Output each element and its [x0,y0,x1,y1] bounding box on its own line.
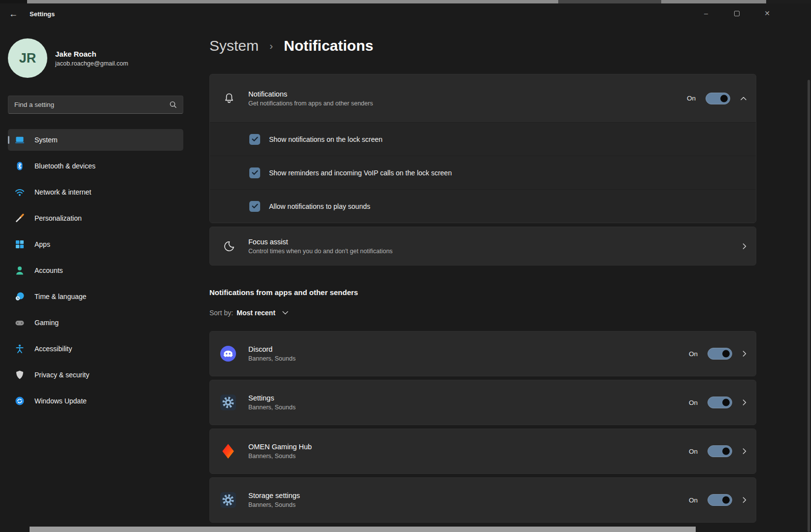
chevron-up-icon[interactable] [740,96,747,101]
gamepad-icon [15,318,25,328]
search-input[interactable] [8,101,169,108]
chevron-right-icon[interactable] [742,448,747,455]
focus-assist-subtitle: Control times when you do and don't get … [248,248,393,255]
shield-icon [15,370,25,380]
sidebar-nav: System Bluetooth & devices Network & int… [8,129,183,416]
sidebar-item-bluetooth-devices[interactable]: Bluetooth & devices [8,155,183,177]
discord-notifications-toggle[interactable] [708,348,732,360]
top-edge-strip [766,0,811,3]
sidebar-item-personalization[interactable]: Personalization [8,207,183,229]
sidebar-item-label: Accounts [34,266,63,274]
gear-icon [220,394,237,411]
sidebar-item-label: Windows Update [34,397,87,405]
app-row-storage-settings[interactable]: Storage settings Banners, Sounds On [209,477,756,523]
sidebar-item-apps[interactable]: Apps [8,233,183,255]
sidebar-item-system[interactable]: System [8,129,183,151]
search-box[interactable] [8,96,183,114]
sort-dropdown[interactable]: Sort by: Most recent [209,309,289,317]
sidebar-item-accessibility[interactable]: Accessibility [8,338,183,360]
user-profile[interactable]: JR Jake Roach jacob.roachge@gmail.com [8,38,128,78]
chevron-right-icon[interactable] [742,243,747,250]
main-content: System › Notifications Notifications Get… [209,0,756,532]
notifications-card: Notifications Get notifications from app… [209,74,756,223]
focus-assist-title: Focus assist [248,238,393,246]
top-edge-strip [0,0,27,3]
close-icon: ✕ [764,9,770,17]
sidebar: JR Jake Roach jacob.roachge@gmail.com Sy… [0,24,207,532]
app-notification-types: Banners, Sounds [248,404,296,411]
bluetooth-icon [15,161,25,171]
sidebar-item-label: Privacy & security [34,371,89,379]
sidebar-item-network-internet[interactable]: Network & internet [8,181,183,203]
app-name: Discord [248,345,296,353]
chevron-right-icon[interactable] [742,350,747,357]
scrollbar[interactable] [808,80,810,532]
sidebar-item-label: Accessibility [34,345,72,353]
back-icon[interactable]: ← [9,9,18,19]
app-row-discord[interactable]: Discord Banners, Sounds On [209,331,756,376]
close-button[interactable]: ✕ [756,4,778,22]
checkbox-label: Show notifications on the lock screen [269,135,382,143]
accessibility-icon [15,344,25,354]
checkbox-row-play-sounds[interactable]: Allow notifications to play sounds [210,189,756,223]
storage-notifications-toggle[interactable] [708,494,732,506]
sidebar-item-label: Network & internet [34,188,91,196]
sidebar-item-privacy-security[interactable]: Privacy & security [8,364,183,386]
checkbox-label: Show reminders and incoming VoIP calls o… [269,169,452,177]
sidebar-item-label: Apps [34,240,50,248]
checkbox-row-lock-screen-reminders[interactable]: Show reminders and incoming VoIP calls o… [210,156,756,189]
notifications-subtitle: Get notifications from apps and other se… [248,100,373,107]
brush-icon [15,213,25,223]
sidebar-item-label: Personalization [34,214,82,222]
app-row-settings[interactable]: Settings Banners, Sounds On [209,380,756,425]
chevron-right-icon[interactable] [742,497,747,503]
notifications-toggle[interactable] [706,93,730,104]
sidebar-item-time-language[interactable]: Time & language [8,286,183,307]
page-title: Notifications [284,37,373,54]
focus-assist-row[interactable]: Focus assist Control times when you do a… [209,227,756,266]
app-name: OMEN Gaming Hub [248,443,312,451]
checkbox-checked-icon[interactable] [249,134,260,145]
breadcrumb-separator-icon: › [270,40,273,52]
toggle-state-label: On [689,448,698,455]
breadcrumb-parent[interactable]: System [209,37,259,54]
system-icon [15,135,25,145]
sidebar-item-accounts[interactable]: Accounts [8,260,183,281]
app-name: Storage settings [248,492,300,499]
toggle-state-label: On [687,95,696,102]
sort-by-label: Sort by: [209,309,233,317]
settings-notifications-toggle[interactable] [708,397,732,408]
update-icon [15,396,25,406]
toggle-state-label: On [689,399,698,406]
notifications-master-row[interactable]: Notifications Get notifications from app… [210,74,756,122]
app-row-omen-gaming-hub[interactable]: OMEN Gaming Hub Banners, Sounds On [209,429,756,474]
bell-icon [222,92,237,105]
avatar: JR [8,38,47,78]
toggle-state-label: On [689,497,698,504]
checkbox-checked-icon[interactable] [249,201,260,212]
apps-grid-icon [15,239,25,249]
sidebar-item-label: Bluetooth & devices [34,162,96,170]
checkbox-checked-icon[interactable] [249,167,260,178]
sidebar-item-gaming[interactable]: Gaming [8,312,183,333]
sidebar-item-windows-update[interactable]: Windows Update [8,390,183,412]
bottom-edge-strip [30,527,696,532]
gear-icon [220,492,237,508]
user-name: Jake Roach [55,50,128,58]
omen-notifications-toggle[interactable] [708,445,732,457]
checkbox-label: Allow notifications to play sounds [269,202,370,210]
clock-globe-icon [15,292,25,301]
app-notification-types: Banners, Sounds [248,453,312,460]
sidebar-item-label: Gaming [34,319,59,327]
user-email: jacob.roachge@gmail.com [55,60,128,67]
app-name: Settings [248,394,296,402]
sort-value: Most recent [237,309,275,317]
moon-icon [222,240,237,253]
toggle-state-label: On [689,350,698,358]
checkbox-row-lock-screen-notifications[interactable]: Show notifications on the lock screen [210,122,756,156]
app-notification-types: Banners, Sounds [248,355,296,362]
sidebar-item-label: System [34,136,58,144]
person-icon [15,266,25,275]
chevron-right-icon[interactable] [742,399,747,406]
chevron-down-icon [282,310,289,315]
